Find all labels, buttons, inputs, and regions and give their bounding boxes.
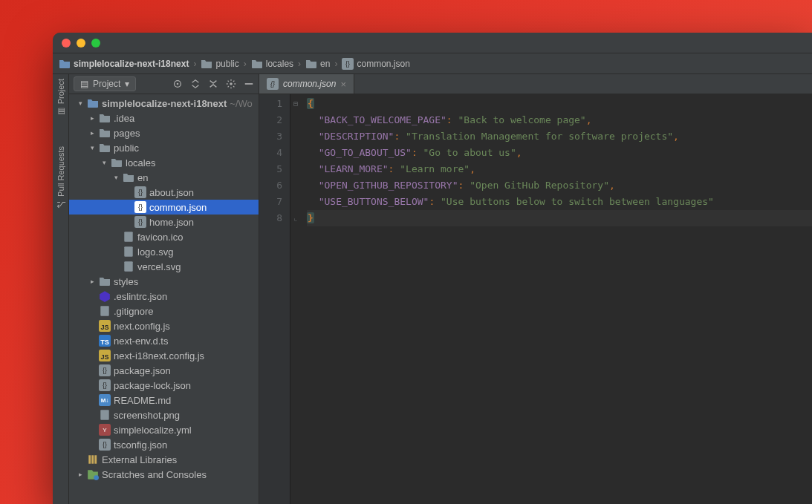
fold-marker[interactable]: ⌞ [290, 210, 301, 226]
tree-item-label: next-i18next.config.js [114, 350, 204, 361]
tree-item-home-json[interactable]: {}home.json [69, 215, 259, 229]
tree-arrow-icon[interactable]: ▾ [100, 159, 108, 166]
file-icon [123, 232, 134, 242]
panel-header: ▤ Project ▾ [69, 74, 259, 94]
window-maximize-button[interactable] [91, 39, 100, 48]
breadcrumb-item[interactable]: locales [251, 59, 293, 69]
minimize-panel-icon[interactable] [244, 79, 254, 89]
tree-scratches[interactable]: ▸Scratches and Consoles [69, 467, 259, 482]
breadcrumb-item[interactable]: {} common.json [342, 59, 409, 69]
expand-all-icon[interactable] [190, 79, 201, 89]
tree-item-next-config-js[interactable]: JSnext.config.js [69, 318, 259, 333]
svg-text:TS: TS [100, 338, 109, 346]
line-number: 7 [259, 194, 282, 210]
pull-request-icon: ⎇ [56, 200, 65, 209]
tree-item-pages[interactable]: ▸pages [69, 125, 259, 140]
tree-item-package-json[interactable]: {}package.json [69, 363, 259, 378]
tree-item-package-lock-json[interactable]: {}package-lock.json [69, 378, 259, 393]
tree-arrow-icon[interactable]: ▸ [88, 114, 96, 122]
folder-icon [111, 157, 123, 168]
fold-marker[interactable]: ⊟ [290, 96, 301, 112]
json-icon: {} [134, 217, 146, 227]
tree-external-libraries[interactable]: External Libraries [69, 452, 259, 467]
close-tab-icon[interactable]: × [340, 79, 346, 90]
md-icon: M↓ [99, 395, 111, 405]
ts-icon: TS [99, 336, 111, 346]
ide-window: simplelocalize-next-i18next › public › l… [53, 33, 812, 504]
tree-arrow-icon[interactable]: ▸ [88, 278, 96, 285]
collapse-all-icon[interactable] [208, 79, 218, 89]
breadcrumb-item[interactable]: public [201, 59, 238, 69]
tree-arrow-icon[interactable]: ▾ [112, 174, 120, 181]
tree-item-simplelocalize-yml[interactable]: Ysimplelocalize.yml [69, 422, 259, 437]
tree-item-label: simplelocalize-next-i18next [102, 98, 227, 109]
tree-item-label: simplelocalize.yml [114, 425, 192, 436]
tree-item-label: .gitignore [114, 306, 153, 317]
code-line[interactable]: { [307, 96, 812, 112]
tree-item-readme-md[interactable]: M↓README.md [69, 393, 259, 408]
svg-rect-16 [100, 306, 108, 316]
code-line[interactable]: "GO_TO_ABOUT_US": "Go to about us", [307, 145, 812, 161]
code-line[interactable]: "LEARN_MORE": "Learn more", [307, 161, 812, 177]
svg-rect-35 [91, 455, 94, 463]
tool-tab-pull-requests[interactable]: ⎇ Pull Requests [56, 146, 65, 209]
tree-item-about-json[interactable]: {}about.json [69, 185, 259, 200]
breadcrumb-root[interactable]: simplelocalize-next-i18next [59, 59, 189, 69]
panel-view-selector[interactable]: ▤ Project ▾ [74, 76, 136, 91]
tree-item-next-env-d-ts[interactable]: TSnext-env.d.ts [69, 333, 259, 348]
tree-item-public[interactable]: ▾public [69, 140, 259, 155]
tree-item-vercel-svg[interactable]: vercel.svg [69, 259, 259, 274]
tree-item-next-i18next-config-js[interactable]: JSnext-i18next.config.js [69, 348, 259, 363]
code-editor[interactable]: 12345678 ⊟⌞ { "BACK_TO_WELCOME_PAGE": "B… [259, 94, 812, 504]
svg-text:JS: JS [100, 324, 108, 331]
tree-item-screenshot-png[interactable]: screenshot.png [69, 408, 259, 422]
window-close-button[interactable] [62, 39, 71, 48]
tree-item-logo-svg[interactable]: logo.svg [69, 244, 259, 259]
tree-arrow-icon[interactable]: ▸ [77, 471, 84, 478]
locate-icon[interactable] [172, 79, 183, 89]
tree-item-styles[interactable]: ▸styles [69, 274, 259, 289]
svg-point-37 [94, 475, 99, 480]
line-number: 5 [259, 161, 282, 177]
tree-item-tsconfig-json[interactable]: {}tsconfig.json [69, 437, 259, 452]
editor-tab[interactable]: {} common.json × [259, 74, 354, 94]
svg-text:{}: {} [138, 203, 143, 211]
json-icon: {} [99, 365, 111, 376]
tool-tab-project[interactable]: ▤ Project [56, 79, 65, 117]
project-icon: ▤ [56, 107, 65, 117]
code-line[interactable]: "USE_BUTTONS_BELOW": "Use buttons below … [307, 194, 812, 210]
window-minimize-button[interactable] [77, 39, 85, 48]
tree-arrow-icon[interactable]: ▾ [88, 144, 96, 151]
tree-item-label: home.json [149, 217, 194, 228]
svg-text:{}: {} [138, 218, 143, 226]
tree-item-favicon-ico[interactable]: favicon.ico [69, 229, 259, 244]
svg-rect-5 [245, 83, 253, 85]
tree-item--gitignore[interactable]: .gitignore [69, 304, 259, 318]
tree-arrow-icon[interactable]: ▾ [77, 99, 84, 107]
line-number: 4 [259, 145, 282, 161]
tree-item--idea[interactable]: ▸.idea [69, 111, 259, 125]
settings-icon[interactable] [226, 79, 236, 89]
tree-root[interactable]: ▾simplelocalize-next-i18next ~/Wo [69, 96, 259, 111]
fold-gutter[interactable]: ⊟⌞ [290, 94, 301, 504]
code-line[interactable]: "BACK_TO_WELCOME_PAGE": "Back to welcome… [307, 112, 812, 128]
tree-item-common-json[interactable]: {}common.json [69, 200, 259, 215]
svg-rect-14 [124, 261, 132, 272]
svg-rect-34 [88, 455, 91, 463]
breadcrumb-root-label: simplelocalize-next-i18next [74, 59, 189, 69]
tree-item-locales[interactable]: ▾locales [69, 155, 259, 170]
line-number: 6 [259, 177, 282, 194]
tree-item-en[interactable]: ▾en [69, 170, 259, 185]
code-line[interactable]: "OPEN_GITHUB_REPOSITORY": "Open GitHub R… [307, 177, 812, 194]
tree-item-label: External Libraries [102, 454, 177, 465]
file-tree[interactable]: ▾simplelocalize-next-i18next ~/Wo▸.idea▸… [69, 94, 259, 504]
tree-item--eslintrc-json[interactable]: .eslintrc.json [69, 289, 259, 304]
folder-icon [99, 113, 111, 123]
code-line[interactable]: } [307, 210, 812, 226]
svg-text:{}: {} [103, 441, 107, 448]
breadcrumb-item[interactable]: en [305, 59, 330, 69]
tree-item-label: styles [114, 276, 138, 287]
code-content[interactable]: { "BACK_TO_WELCOME_PAGE": "Back to welco… [301, 94, 812, 504]
tree-arrow-icon[interactable]: ▸ [88, 129, 96, 137]
code-line[interactable]: "DESCRIPTION": "Translation Management f… [307, 128, 812, 145]
